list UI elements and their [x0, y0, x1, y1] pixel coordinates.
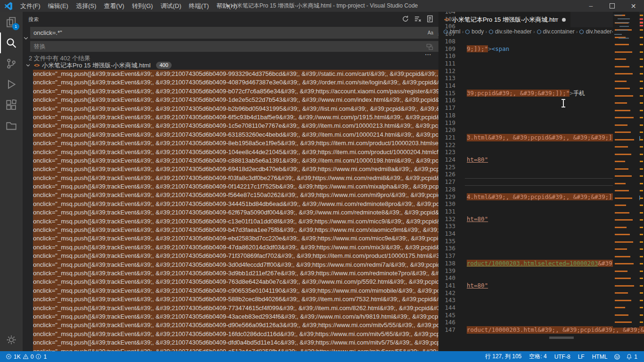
- search-result-row[interactable]: onclick="_msq.push([&#39;trackEvent&#39;…: [23, 330, 438, 338]
- editor-line[interactable]: 1294.html&#39;, &#39;pcpid&#39;, &#39;&#…: [438, 193, 613, 201]
- search-result-row[interactable]: onclick="_msq.push([&#39;trackEvent&#39;…: [23, 78, 438, 87]
- editor-line[interactable]: 139: [438, 267, 613, 275]
- settings-gear-icon[interactable]: [0, 329, 23, 350]
- minimize-button[interactable]: ─: [580, 0, 602, 12]
- indentation[interactable]: 空格: 4: [525, 353, 550, 361]
- feedback-icon[interactable]: [611, 351, 623, 362]
- language-mode[interactable]: HTML: [588, 354, 611, 360]
- refresh-icon[interactable]: [402, 15, 409, 23]
- editor-line[interactable]: 122: [438, 141, 613, 149]
- menu-选择[interactable]: 选择(S): [72, 0, 100, 12]
- search-icon[interactable]: [0, 33, 23, 53]
- editor-line[interactable]: 134: [438, 230, 613, 238]
- search-result-row[interactable]: onclick="_msq.push([&#39;trackEvent&#39;…: [23, 243, 438, 252]
- editor-line[interactable]: 144: [438, 304, 613, 312]
- search-result-row[interactable]: onclick="_msq.push([&#39;trackEvent&#39;…: [23, 321, 438, 329]
- editor-line[interactable]: 137: [438, 252, 613, 260]
- editor-line[interactable]: 141ht=80": [438, 282, 613, 289]
- editor-line[interactable]: 140: [438, 274, 613, 282]
- editor-line[interactable]: 145: [438, 312, 613, 319]
- search-result-row[interactable]: onclick="_msq.push([&#39;trackEvent&#39;…: [23, 295, 438, 304]
- search-result-row[interactable]: onclick="_msq.push([&#39;trackEvent&#39;…: [23, 156, 438, 165]
- cursor-position[interactable]: 行 127, 列 105: [481, 353, 525, 361]
- search-result-row[interactable]: onclick="_msq.push([&#39;trackEvent&#39;…: [23, 347, 438, 352]
- editor-line[interactable]: 131: [438, 208, 613, 215]
- editor-line[interactable]: 1099;]);"><span: [438, 45, 613, 53]
- search-result-row[interactable]: onclick="_msq.push([&#39;trackEvent&#39;…: [23, 226, 438, 234]
- editor-line[interactable]: 130: [438, 200, 613, 208]
- run-debug-icon[interactable]: [0, 74, 23, 95]
- search-result-row[interactable]: onclick="_msq.push([&#39;trackEvent&#39;…: [23, 208, 438, 217]
- editor-line[interactable]: 142: [438, 289, 613, 297]
- editor-line[interactable]: 112: [438, 67, 613, 75]
- search-result-row[interactable]: onclick="_msq.push([&#39;trackEvent&#39;…: [23, 165, 438, 173]
- search-result-row[interactable]: onclick="_msq.push([&#39;trackEvent&#39;…: [23, 105, 438, 113]
- search-result-row[interactable]: onclick="_msq.push([&#39;trackEvent&#39;…: [23, 269, 438, 278]
- open-search-editor-icon[interactable]: [426, 15, 434, 23]
- source-control-icon[interactable]: [0, 53, 23, 74]
- editor-line[interactable]: 123: [438, 148, 613, 156]
- search-result-row[interactable]: onclick="_msq.push([&#39;trackEvent&#39;…: [23, 96, 438, 104]
- search-result-row[interactable]: onclick="_msq.push([&#39;trackEvent&#39;…: [23, 217, 438, 226]
- maximize-button[interactable]: [602, 0, 623, 12]
- collapse-chevron-icon[interactable]: [25, 63, 33, 68]
- menu-终端[interactable]: 终端(T): [185, 0, 213, 12]
- editor-line[interactable]: 133: [438, 222, 613, 230]
- editor-line[interactable]: 138roduct/10000203.htmlselected=10000203…: [438, 260, 613, 267]
- editor-line[interactable]: 146: [438, 319, 613, 326]
- editor-line[interactable]: 120: [438, 126, 613, 134]
- search-result-row[interactable]: onclick="_msq.push([&#39;trackEvent&#39;…: [23, 278, 438, 286]
- menu-编辑[interactable]: 编辑(E): [44, 0, 72, 12]
- editor-line[interactable]: 117: [438, 104, 613, 112]
- editor-line[interactable]: 116: [438, 97, 613, 104]
- minimap[interactable]: [613, 36, 639, 328]
- search-result-row[interactable]: onclick="_msq.push([&#39;trackEvent&#39;…: [23, 200, 438, 208]
- editor-line[interactable]: 132ht=80": [438, 215, 613, 223]
- toggle-replace-chevron-icon[interactable]: [23, 35, 29, 43]
- horizontal-scrollbar[interactable]: [549, 337, 574, 339]
- search-input[interactable]: onclick=.*" Aa ab .*: [30, 27, 438, 39]
- editor-line[interactable]: 135: [438, 238, 613, 245]
- editor-line[interactable]: 118: [438, 112, 613, 119]
- editor-line[interactable]: 143: [438, 296, 613, 304]
- result-file-row[interactable]: <> 小米笔记本Pro 15 增强版-小米商城.html 400: [23, 61, 438, 70]
- search-result-row[interactable]: onclick="_msq.push([&#39;trackEvent&#39;…: [23, 113, 438, 122]
- search-result-row[interactable]: onclick="_msq.push([&#39;trackEvent&#39;…: [23, 234, 438, 243]
- eol-sequence[interactable]: LF: [574, 354, 588, 360]
- notifications-bell[interactable]: 1: [623, 351, 640, 362]
- extensions-icon[interactable]: [0, 95, 23, 115]
- editor-line[interactable]: 128: [438, 186, 613, 193]
- search-result-row[interactable]: onclick="_msq.push([&#39;trackEvent&#39;…: [23, 70, 438, 78]
- search-result-row[interactable]: onclick="_msq.push([&#39;trackEvent&#39;…: [23, 174, 438, 182]
- editor-line[interactable]: 127: [438, 178, 613, 186]
- search-result-row[interactable]: onclick="_msq.push([&#39;trackEvent&#39;…: [23, 252, 438, 260]
- search-result-row[interactable]: onclick="_msq.push([&#39;trackEvent&#39;…: [23, 191, 438, 199]
- editor-line[interactable]: 1213.html&#39;, &#39;pcpid&#39;, &#39;&#…: [438, 134, 613, 141]
- search-result-row[interactable]: onclick="_msq.push([&#39;trackEvent&#39;…: [23, 287, 438, 295]
- custom-view-folder-icon[interactable]: [0, 115, 23, 136]
- editor-line[interactable]: 126: [438, 171, 613, 178]
- replace-input[interactable]: 替换 AB: [30, 41, 438, 52]
- editor-line[interactable]: 11539;pcpid&#39;, &#39;&#39;]);">手机: [438, 90, 613, 97]
- search-result-row[interactable]: onclick="_msq.push([&#39;trackEvent&#39;…: [23, 148, 438, 156]
- search-result-row[interactable]: onclick="_msq.push([&#39;trackEvent&#39;…: [23, 338, 438, 347]
- search-result-row[interactable]: onclick="_msq.push([&#39;trackEvent&#39;…: [23, 87, 438, 96]
- editor-line[interactable]: 113: [438, 74, 613, 82]
- editor-line[interactable]: 108: [438, 38, 613, 45]
- menu-文件[interactable]: 文件(F): [17, 0, 44, 12]
- search-result-row[interactable]: onclick="_msq.push([&#39;trackEvent&#39;…: [23, 139, 438, 148]
- search-result-row[interactable]: onclick="_msq.push([&#39;trackEvent&#39;…: [23, 261, 438, 269]
- results-more-actions[interactable]: ⋯: [425, 50, 432, 58]
- explorer-icon[interactable]: 1: [0, 12, 23, 33]
- search-result-row[interactable]: onclick="_msq.push([&#39;trackEvent&#39;…: [23, 304, 438, 313]
- editor-line[interactable]: 147roduct/10000203.html&#39;, &#39;pcpid…: [438, 326, 613, 334]
- editor-line[interactable]: 124ht=80": [438, 156, 613, 164]
- editor-line[interactable]: 114: [438, 82, 613, 90]
- search-result-row[interactable]: onclick="_msq.push([&#39;trackEvent&#39;…: [23, 131, 438, 139]
- code-area[interactable]: 1041051061071081099;]);"><span1101111121…: [438, 36, 644, 351]
- menu-调试[interactable]: 调试(D): [157, 0, 185, 12]
- search-result-row[interactable]: onclick="_msq.push([&#39;trackEvent&#39;…: [23, 122, 438, 130]
- match-case-toggle[interactable]: Aa: [426, 28, 435, 38]
- problems-indicator[interactable]: 1K 0 1: [3, 351, 50, 362]
- clear-results-icon[interactable]: [414, 15, 421, 23]
